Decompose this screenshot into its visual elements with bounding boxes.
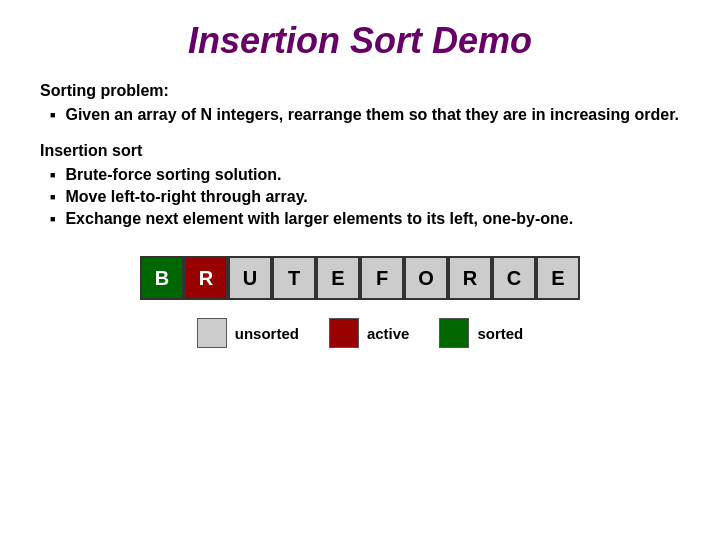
legend-item: unsorted [197,318,299,348]
array-cell: T [272,256,316,300]
list-item-text: Move left-to-right through array. [65,188,307,206]
insertion-sort-label: Insertion sort [40,142,680,160]
list-item: Move left-to-right through array. [50,188,680,206]
list-item-text: Exchange next element with larger elemen… [65,210,573,228]
array-section: BRUTEFORCE unsortedactivesorted [40,256,680,348]
legend-label: active [367,325,410,342]
sorting-problem-section: Sorting problem: Given an array of N int… [40,82,680,142]
legend-label: unsorted [235,325,299,342]
array-cell: E [536,256,580,300]
list-item-text: Brute-force sorting solution. [65,166,281,184]
list-item: Brute-force sorting solution. [50,166,680,184]
array-cell: U [228,256,272,300]
array-cell: C [492,256,536,300]
sorting-problem-label: Sorting problem: [40,82,680,100]
array-cell: O [404,256,448,300]
legend-item: active [329,318,410,348]
array-row: BRUTEFORCE [140,256,580,300]
legend-color-box [197,318,227,348]
insertion-sort-list: Brute-force sorting solution. Move left-… [40,166,680,228]
page-title: Insertion Sort Demo [40,10,680,82]
list-item-text: Given an array of N integers, rearrange … [65,106,679,124]
legend-color-box [329,318,359,348]
array-cell: R [184,256,228,300]
array-cell: E [316,256,360,300]
legend-item: sorted [439,318,523,348]
legend-row: unsortedactivesorted [197,318,524,348]
legend-label: sorted [477,325,523,342]
page-container: Insertion Sort Demo Sorting problem: Giv… [0,0,720,540]
list-item: Given an array of N integers, rearrange … [50,106,680,124]
array-cell: F [360,256,404,300]
insertion-sort-section: Insertion sort Brute-force sorting solut… [40,142,680,246]
sorting-problem-list: Given an array of N integers, rearrange … [40,106,680,124]
list-item: Exchange next element with larger elemen… [50,210,680,228]
array-cell: R [448,256,492,300]
legend-color-box [439,318,469,348]
array-cell: B [140,256,184,300]
